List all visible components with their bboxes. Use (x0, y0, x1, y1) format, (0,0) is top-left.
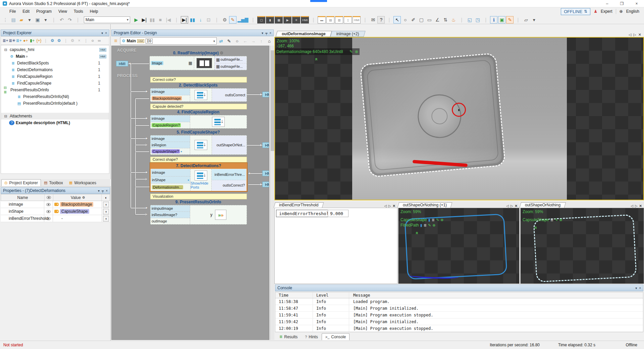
stop-icon[interactable]: ■ (157, 16, 164, 23)
tab-close-icon[interactable]: ✕ (638, 33, 641, 37)
File[interactable]: File (6, 8, 19, 15)
separator[interactable]: | (361, 16, 369, 23)
hmi-badge-iscorrect[interactable]: HMI (262, 182, 269, 187)
Program[interactable]: Program (33, 8, 55, 15)
program-canvas[interactable]: ACQUIRE PROCESS ◄ ► ► ► (111, 46, 269, 340)
port-deformationsimage[interactable]: DeformationsIm... (152, 185, 183, 189)
image-viewer[interactable]: Zoom: 100% -167, 466 DeformationsImage 6… (274, 37, 644, 200)
nav-back-icon[interactable]: ← (241, 37, 249, 45)
region-dropdown-icon[interactable]: ▾ (530, 16, 538, 23)
layer-edit-icon[interactable]: ✎ (428, 223, 431, 228)
compare-icon[interactable]: ⇄ (217, 37, 225, 45)
port-ininputimage[interactable]: inInputImage (151, 205, 190, 212)
visibility-eye-icon[interactable] (44, 215, 53, 222)
layer-close-icon[interactable]: ⊗ (440, 218, 443, 222)
film-window-5-icon[interactable]: ✳ (292, 16, 300, 23)
redo-icon[interactable]: ↷ (66, 16, 73, 23)
new-project-icon[interactable]: ▤ (10, 16, 17, 23)
port-inshape[interactable]: inShape● (151, 177, 190, 184)
separator[interactable]: | (83, 37, 89, 44)
run-icon[interactable]: ▶ (132, 16, 140, 23)
tab-close-icon[interactable]: ✕ (515, 204, 518, 208)
visibility-eye-icon[interactable] (44, 201, 53, 208)
hmi-badge-bendthreshold[interactable]: HMI (262, 170, 269, 176)
attachments-icon[interactable]: ∞ (96, 37, 103, 44)
add-macrofilter-icon[interactable]: ≣+ (15, 37, 22, 44)
send-report-icon[interactable]: ✉ (369, 16, 377, 23)
port-capsuleshape[interactable]: CapsuleShape? (152, 149, 180, 153)
color-picker-icon[interactable]: ✐ (410, 16, 417, 23)
layer-close-icon[interactable]: ⊗ (432, 223, 435, 228)
port-blackspotsimage[interactable]: BlackspotsImage (152, 96, 182, 100)
comment-visualization[interactable]: Visualization (150, 194, 247, 199)
editor-menu-icon[interactable]: ≡ (112, 37, 119, 45)
Help[interactable]: Help (87, 8, 102, 15)
property-row[interactable]: inBendErrorThreshold - ◖ (1, 215, 110, 222)
layout-single-icon[interactable]: ▬ (318, 16, 326, 23)
separator[interactable]: | (310, 16, 317, 23)
tab-inbenderrorthreshold[interactable]: inBendErrorThreshold (274, 202, 323, 208)
tree-item[interactable]: ≣ PresentResultsOrInfo(Nil) (1, 93, 109, 100)
edit-overlay-icon[interactable]: ✎ (350, 49, 353, 54)
help-icon[interactable]: ? (377, 16, 385, 23)
minimize-button[interactable]: – (600, 0, 614, 7)
show-hide-ports-link[interactable]: Show/Hide Ports (191, 181, 211, 189)
threshold-value-input[interactable]: 9.000 (328, 210, 348, 217)
port-image[interactable]: Image (151, 61, 163, 65)
close-overlay-icon[interactable]: ⊗ (355, 49, 358, 54)
pause-on-error-icon[interactable]: ⊡ (205, 16, 212, 23)
separator[interactable]: | (74, 16, 82, 23)
undo-icon[interactable]: ↶ (58, 16, 65, 23)
comment-correct-shape[interactable]: Correct shape? (150, 157, 247, 162)
statistics-icon[interactable]: ▂▅▇ (237, 16, 249, 23)
comment-correct-color[interactable]: Correct color? (150, 77, 247, 83)
separator[interactable]: | (213, 16, 220, 23)
port-plug-icon[interactable]: ◖ (102, 201, 110, 208)
Tools[interactable]: Tools (70, 8, 87, 15)
layer-edit-icon[interactable]: ✎ (555, 218, 558, 222)
separator[interactable]: | (385, 16, 393, 23)
tree-item[interactable]: ≣ DetectBlackSpots 1 (1, 60, 109, 66)
block-title-readfilmstrip[interactable]: 0. ReadFilmstrip(Image) ⚙ (150, 51, 247, 55)
panel-close-icon[interactable]: × (105, 31, 107, 35)
port-capsuleregion[interactable]: CapsuleRegion? (152, 123, 181, 127)
dock-tab[interactable]: ◎ Project Explorer (1, 179, 41, 186)
block-readfilmstrip[interactable]: Image▦ ▦outImageFile... ▦outImageFile... (150, 56, 247, 70)
info-pane-icon[interactable]: ℹ (490, 16, 497, 23)
layer-edit-icon[interactable]: ✎ (436, 218, 439, 222)
pause-icon[interactable]: ▮▮ (149, 16, 156, 23)
View[interactable]: View (55, 8, 70, 15)
pane-previous-icon[interactable]: ◱ (466, 16, 473, 23)
edit-hmi-icon[interactable]: ✎ (229, 16, 236, 23)
extract-macrofilter-icon[interactable]: ⚙ (49, 37, 56, 44)
add-step-icon[interactable]: ▮+ (29, 37, 36, 44)
shape-preview-1[interactable]: Zoom: 59% CapsuleShape ▮ ≣ ✎ ⊗ FittedPat… (398, 208, 520, 284)
layout-rows-icon[interactable]: ▥ (335, 16, 343, 23)
hmi-badge-blackspots[interactable]: HMI (262, 92, 269, 97)
tab-scroll-right-icon[interactable]: ▷ (635, 204, 638, 208)
Edit[interactable]: Edit (19, 8, 33, 15)
comment-capsule-detected[interactable]: Capsule detected? (150, 104, 247, 109)
shape-preview-2[interactable]: Zoom: 59% CapsuleShape ≣ ✎ ⊗ « (520, 208, 644, 284)
block-title-presentresults[interactable]: 9. PresentResultsOrInfo (150, 200, 247, 204)
macro-settings-icon[interactable]: ⚙ (69, 37, 76, 44)
capture-window-icon[interactable]: ▢ (418, 16, 425, 23)
collapse-chevron-icon[interactable]: « (415, 232, 420, 234)
panel-menu-icon[interactable]: ▾ (98, 189, 100, 193)
port-plug-icon[interactable]: ◖ (102, 208, 110, 215)
separator[interactable]: | (249, 16, 257, 23)
tree-item[interactable]: ≣ FindCapsuleRegion 1 (1, 73, 109, 80)
tab-inimage[interactable]: inImage (+2) (331, 31, 365, 37)
console-tab[interactable]: ≣ Results (276, 333, 301, 340)
port-plug-icon[interactable]: ◖ (102, 215, 110, 222)
console-row[interactable]: 11:59:42 Info [Main] Program initialized… (275, 318, 643, 325)
data-preview-pane-icon[interactable]: ▣ (498, 16, 505, 23)
wrench-icon[interactable]: ⚙ (221, 16, 228, 23)
visibility-eye-icon[interactable] (44, 208, 53, 215)
heatmap-icon[interactable]: ♨ (450, 16, 457, 23)
add-worker-task-icon[interactable]: ●+ (22, 37, 29, 44)
port-outimagefile[interactable]: outImageFile... (220, 58, 243, 61)
tab-scroll-right-icon[interactable]: ▷ (633, 33, 636, 37)
layer-list-icon[interactable]: ≣ (432, 218, 435, 222)
macrofilter-breadcrumb[interactable]: ⚙ Main HMI IO ▾ (120, 37, 217, 45)
